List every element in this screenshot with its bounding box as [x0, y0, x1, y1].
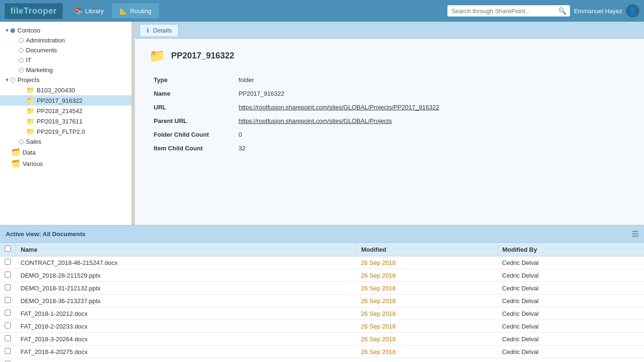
- row-checkbox-cell: [0, 282, 16, 295]
- row-name-2: DEMO_2018-31-212132.pptx: [16, 282, 356, 295]
- docs-table: Name Modified Modified By CONTRACT_2018-…: [0, 243, 644, 362]
- row-name-6: FAT_2018-3-20264.docx: [16, 333, 356, 346]
- row-modified-5: 26 Sep 2018: [356, 320, 497, 333]
- row-modified-by-5: Cedric Delval: [497, 320, 644, 333]
- docs-table-row: FAT_2018-2-20233.docx 26 Sep 2018 Cedric…: [0, 320, 644, 333]
- tree-item-sales[interactable]: Sales: [0, 137, 132, 147]
- row-checkbox-cell: [0, 307, 16, 320]
- tree-item-data[interactable]: 🗂️ Data: [0, 147, 132, 158]
- row-checkbox-1[interactable]: [5, 272, 11, 278]
- tree-label-it: IT: [26, 57, 32, 64]
- stack-icon-various: 🗂️: [11, 159, 20, 168]
- details-row-name: Name PP2017_916322: [149, 87, 630, 100]
- row-checkbox-0[interactable]: [5, 259, 11, 265]
- tree-dot-sales: [19, 140, 24, 144]
- docs-menu-icon[interactable]: ☰: [632, 230, 638, 239]
- tree-item-documents[interactable]: Documents: [0, 45, 132, 55]
- docs-scroll[interactable]: Name Modified Modified By CONTRACT_2018-…: [0, 243, 644, 362]
- tree-dot-projects: [10, 78, 15, 82]
- details-row-parent-url: Parent URL https://rootfusion.sharepoint…: [149, 114, 630, 128]
- row-modified-1: 26 Sep 2018: [356, 269, 497, 282]
- user-avatar[interactable]: 👤: [626, 4, 639, 17]
- row-modified-3: 26 Sep 2018: [356, 295, 497, 307]
- row-checkbox-3[interactable]: [5, 297, 11, 303]
- tab-routing-label: Routing: [130, 8, 151, 15]
- details-row-url: URL https://rootfusion.sharepoint.com/si…: [149, 100, 630, 114]
- folder-icon-pp2019: 📁: [26, 128, 34, 135]
- search-icon[interactable]: 🔍: [558, 7, 566, 15]
- tree-dot-documents: [19, 48, 24, 53]
- details-folder-name: PP2017_916322: [171, 51, 234, 61]
- details-val-type: folder: [234, 73, 630, 87]
- details-panel: ℹ Details 📁 PP2017_916322 Type folder Na…: [135, 22, 644, 225]
- search-box: 🔍: [447, 5, 570, 16]
- docs-table-row: FAT_2018-1-20212.docx 26 Sep 2018 Cedric…: [0, 307, 644, 320]
- tree-item-pp2017[interactable]: 📁 PP2017_916322: [0, 95, 132, 106]
- tree-item-marketing[interactable]: Marketing: [0, 65, 132, 75]
- tree-item-administration[interactable]: Administration: [0, 35, 132, 45]
- row-checkbox-4[interactable]: [5, 310, 11, 316]
- row-checkbox-7[interactable]: [5, 348, 11, 354]
- row-name-5: FAT_2018-2-20233.docx: [16, 320, 356, 333]
- tree-item-b103[interactable]: 📁 B103_200430: [0, 85, 132, 95]
- tree-item-projects[interactable]: ▼ Projects: [0, 75, 132, 85]
- routing-icon: 📐: [120, 7, 128, 15]
- tree-label-pp2018b: PP2018_317611: [37, 118, 83, 125]
- header: fileTrooper 📚 Library 📐 Routing 🔍 Emmanu…: [0, 0, 644, 22]
- row-checkbox-cell: [0, 333, 16, 346]
- folder-icon-b103: 📁: [26, 86, 34, 94]
- tree-item-various[interactable]: 🗂️ Various: [0, 158, 132, 169]
- row-checkbox-cell: [0, 320, 16, 333]
- details-val-url[interactable]: https://rootfusion.sharepoint.com/sites/…: [234, 100, 630, 114]
- select-all-checkbox[interactable]: [5, 246, 11, 252]
- tab-routing[interactable]: 📐 Routing: [112, 3, 159, 18]
- docs-header-label: Active view: All Documents: [6, 230, 85, 238]
- row-checkbox-5[interactable]: [5, 322, 11, 329]
- tree-toggle-projects[interactable]: ▼: [4, 77, 10, 83]
- docs-panel: Active view: All Documents ☰ Name Modifi…: [0, 225, 644, 362]
- row-modified-by-8: Cedric Delval: [497, 358, 644, 362]
- details-table: Type folder Name PP2017_916322 URL https…: [149, 73, 630, 155]
- details-val-parent-url[interactable]: https://rootfusion.sharepoint.com/sites/…: [234, 114, 630, 128]
- row-modified-by-3: Cedric Delval: [497, 295, 644, 307]
- logo-text2: Trooper: [24, 6, 57, 16]
- row-modified-by-7: Cedric Delval: [497, 346, 644, 358]
- tree-label-contoso: Contoso: [17, 27, 40, 34]
- row-checkbox-cell: [0, 269, 16, 282]
- tree-item-pp2018b[interactable]: 📁 PP2018_317611: [0, 116, 132, 126]
- details-tab[interactable]: ℹ Details: [140, 24, 179, 36]
- docs-table-row: FAT_2018-4-20275.docx 26 Sep 2018 Cedric…: [0, 346, 644, 358]
- docs-table-row: DEMO_2018-36-213237.pptx 26 Sep 2018 Ced…: [0, 295, 644, 307]
- details-tab-label: Details: [153, 27, 172, 34]
- row-checkbox-2[interactable]: [5, 284, 11, 290]
- tab-library[interactable]: 📚 Library: [67, 3, 112, 18]
- details-tab-bar: ℹ Details: [135, 22, 644, 39]
- docs-table-row: file-2016-12-31_23-34-20.png 13 Feb 2019…: [0, 358, 644, 362]
- row-modified-by-2: Cedric Delval: [497, 282, 644, 295]
- tree-toggle-root[interactable]: ▼: [4, 27, 10, 34]
- tree-item-pp2019[interactable]: 📁 PP2019_FLTP2.0: [0, 126, 132, 137]
- docs-table-header-row: Name Modified Modified By: [0, 243, 644, 256]
- tab-library-label: Library: [85, 8, 104, 15]
- folder-icon-pp2018a: 📁: [26, 107, 34, 115]
- row-name-1: DEMO_2018-28-211529.pptx: [16, 269, 356, 282]
- row-modified-by-0: Cedric Delval: [497, 256, 644, 269]
- app-logo[interactable]: fileTrooper: [5, 3, 63, 19]
- tree-item-pp2018a[interactable]: 📁 PP2018_214542: [0, 106, 132, 116]
- row-checkbox-6[interactable]: [5, 335, 11, 341]
- details-row-type: Type folder: [149, 73, 630, 87]
- tree-dot-administration: [19, 38, 24, 43]
- search-input[interactable]: [451, 8, 558, 15]
- row-modified-6: 26 Sep 2018: [356, 333, 497, 346]
- row-modified-0: 26 Sep 2018: [356, 256, 497, 269]
- row-modified-2: 26 Sep 2018: [356, 282, 497, 295]
- folder-icon-pp2017: 📁: [26, 97, 34, 104]
- details-key-item-child: Item Child Count: [149, 141, 234, 155]
- docs-col-checkbox: [0, 243, 16, 256]
- details-key-parent-url: Parent URL: [149, 114, 234, 128]
- tree-label-marketing: Marketing: [26, 66, 53, 74]
- search-area: 🔍 Emmanuel Hayez 👤: [447, 4, 639, 17]
- tree-item-it[interactable]: IT: [0, 55, 132, 65]
- tree-root[interactable]: ▼ Contoso: [0, 25, 132, 35]
- row-name-7: FAT_2018-4-20275.docx: [16, 346, 356, 358]
